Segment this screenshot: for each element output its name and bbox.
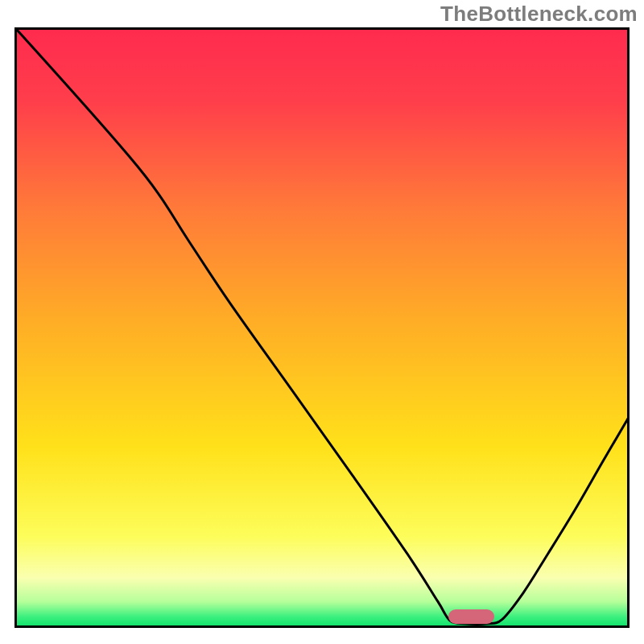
- chart-canvas: TheBottleneck.com: [0, 0, 644, 644]
- optimal-marker: [448, 609, 494, 624]
- plot-frame: [14, 27, 630, 628]
- watermark-text: TheBottleneck.com: [440, 2, 638, 27]
